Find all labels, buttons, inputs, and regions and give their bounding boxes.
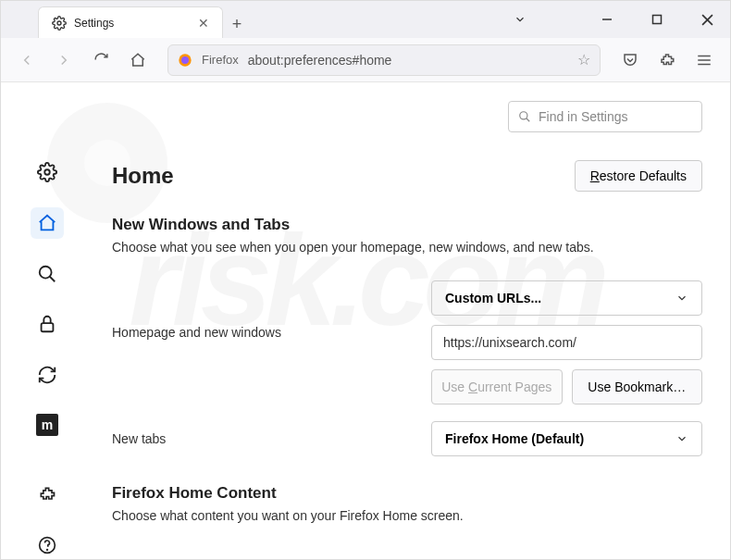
sidebar-item-privacy[interactable]: [31, 308, 64, 341]
homepage-select[interactable]: Custom URLs...: [431, 280, 702, 316]
newtabs-label: New tabs: [112, 431, 403, 446]
search-icon: [518, 110, 531, 123]
sidebar-item-extensions[interactable]: [31, 479, 64, 511]
sidebar-item-sync[interactable]: [31, 359, 64, 392]
extensions-button[interactable]: [652, 45, 682, 75]
menu-button[interactable]: [689, 45, 719, 75]
svg-rect-2: [653, 16, 662, 24]
tab-bar: Settings ✕ +: [1, 1, 730, 38]
chevron-down-icon[interactable]: [506, 6, 534, 33]
search-placeholder: Find in Settings: [539, 109, 628, 124]
svg-rect-13: [42, 323, 54, 331]
forward-button[interactable]: [49, 45, 79, 75]
pocket-button[interactable]: [615, 45, 645, 75]
svg-point-10: [44, 170, 50, 176]
home-button[interactable]: [123, 45, 153, 75]
gear-icon: [52, 16, 67, 31]
toolbar: Firefox about:preferences#home ☆: [1, 38, 730, 82]
svg-point-0: [57, 21, 61, 25]
use-bookmark-button[interactable]: Use Bookmark…: [572, 369, 703, 404]
sidebar-item-help[interactable]: [31, 529, 64, 560]
new-tab-button[interactable]: +: [223, 10, 251, 38]
section2-heading: Firefox Home Content: [112, 484, 702, 503]
section-heading: New Windows and Tabs: [112, 216, 702, 234]
svg-point-11: [40, 266, 52, 278]
restore-defaults-button[interactable]: Restore Defaults: [575, 160, 702, 192]
section-desc: Choose what you see when you open your h…: [112, 240, 702, 255]
chevron-down-icon: [675, 432, 688, 445]
homepage-url-input[interactable]: https://unixsearch.com/: [431, 325, 702, 360]
close-window-button[interactable]: [693, 6, 721, 33]
svg-line-12: [50, 276, 56, 281]
sidebar-item-general[interactable]: [31, 156, 64, 189]
sidebar-item-m[interactable]: m: [31, 409, 64, 442]
newtabs-select[interactable]: Firefox Home (Default): [431, 421, 702, 456]
svg-point-15: [47, 549, 48, 550]
svg-line-17: [527, 118, 530, 122]
firefox-icon: [178, 53, 192, 68]
back-button[interactable]: [12, 45, 42, 75]
page-title: Home: [112, 163, 174, 189]
m-icon: m: [36, 414, 58, 436]
svg-point-6: [181, 56, 189, 64]
chevron-down-icon: [675, 292, 688, 305]
url-bar[interactable]: Firefox about:preferences#home ☆: [167, 44, 601, 76]
sidebar-item-search[interactable]: [31, 257, 64, 290]
reload-button[interactable]: [86, 45, 116, 75]
main-content: Find in Settings Home Restore Defaults N…: [93, 82, 730, 560]
minimize-button[interactable]: [593, 6, 621, 33]
close-icon[interactable]: ✕: [198, 16, 209, 31]
star-icon[interactable]: ☆: [577, 51, 590, 68]
tab-settings[interactable]: Settings ✕: [38, 6, 223, 38]
homepage-label: Homepage and new windows: [112, 280, 403, 340]
use-current-pages-button: Use Current Pages: [431, 369, 563, 404]
sidebar-item-home[interactable]: [31, 207, 64, 240]
url-text: about:preferences#home: [248, 53, 568, 68]
sidebar: m: [1, 82, 93, 560]
svg-point-16: [520, 112, 527, 119]
maximize-button[interactable]: [643, 6, 671, 33]
tab-title: Settings: [74, 17, 114, 30]
section2-desc: Choose what content you want on your Fir…: [112, 508, 702, 523]
search-input[interactable]: Find in Settings: [508, 101, 702, 132]
url-label: Firefox: [202, 53, 239, 67]
